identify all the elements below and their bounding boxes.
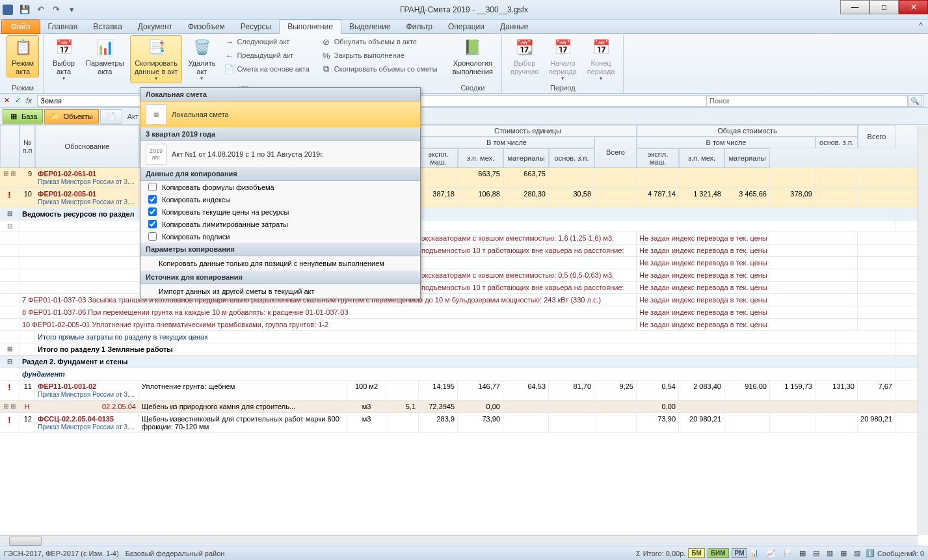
col-incl1: В том числе [419,137,594,148]
dd-import-other[interactable]: Импорт данных из другой сметы в текущий … [140,284,420,299]
save-button[interactable]: 💾 [18,3,31,16]
table-row[interactable]: 8 ФЕР01-01-037-06 При перемещении грунта… [0,306,928,319]
tab-filtr[interactable]: Фильтр [399,20,440,33]
estimate-from-act-button[interactable]: 📄Смета на основе акта [221,62,312,75]
badge-bm[interactable]: БМ [688,548,705,558]
copy-to-act-button[interactable]: 📑 Скопировать данные в акт▾ [130,35,183,83]
act-params-button[interactable]: 📊 Параметры акта [81,35,129,77]
help-button[interactable]: ^ [919,21,923,30]
tab-vstavka[interactable]: Вставка [85,20,130,33]
scroll-thumb[interactable] [9,537,42,546]
check-indexes[interactable]: Копировать индексы [140,193,420,206]
dd-header-copydata: Данные для копирования [140,167,420,181]
horizontal-scrollbar[interactable] [0,535,918,546]
tree-toggle[interactable]: ⊟ [0,208,20,220]
tab-vydelenie[interactable]: Выделение [341,20,399,33]
manual-select-button[interactable]: 📆 Выбор вручную [506,35,543,77]
tree-toggle[interactable]: ! [0,188,20,207]
cancel-formula[interactable]: ✕ [4,96,10,105]
doc-button[interactable]: 📄 [100,109,122,124]
table-row[interactable]: ⊞ ⊞ Н 02.2.05.04 Щебень из природного ка… [0,401,928,413]
base-button[interactable]: ▦База [3,109,43,124]
copy-small-icon: ⧉ [321,64,332,74]
table-row[interactable]: фундамент [0,368,928,380]
undo-button[interactable]: ↶ [34,3,47,16]
objects-button[interactable]: 📁Объекты [44,109,98,124]
tree-toggle[interactable]: ⊞ [0,343,20,355]
table-row[interactable]: ⊞ Итого по разделу 1 Земляные работы [0,343,928,356]
tree-toggle[interactable]: ! [0,413,20,433]
next-act-button[interactable]: →Следующий акт [221,35,312,48]
tab-vypolnenie[interactable]: Выполнение [279,20,341,34]
group-mode: 📋 Режим акта Режим [3,35,44,93]
status-icons[interactable]: 📊 📈 🏳️ ▦ ▤ ▥ ▦ ▧ [750,549,862,557]
act-mode-icon: 📋 [12,37,33,58]
dd-nonzero-only[interactable]: Копировать данные только для позиций с н… [140,256,420,271]
messages-icon[interactable]: ℹ️ [866,549,875,557]
tab-operatsii[interactable]: Операции [440,20,492,33]
col-total2: Всего [594,137,637,168]
chronology-icon: 📗 [462,37,483,58]
redo-button[interactable]: ↷ [49,3,62,16]
check-formulas[interactable]: Копировать формулы физобъема [140,181,420,193]
check-limited[interactable]: Копировать лимитированные затраты [140,218,420,230]
qat-more-button[interactable]: ▾ [65,3,78,16]
prev-act-button[interactable]: ←Предыдущий акт [221,49,312,62]
chronology-button[interactable]: 📗 Хронология выполнения [448,35,497,77]
table-row[interactable]: 10 ФЕР01-02-005-01 Уплотнение грунта пне… [0,319,928,331]
warning-icon: ! [8,190,10,200]
delete-act-button[interactable]: 🗑️ Удалить акт▾ [183,35,220,83]
tab-resursy[interactable]: Ресурсы [233,20,279,33]
table-row[interactable]: ! 11 ФЕР11-01-001-02Приказ Минстроя Росс… [0,380,928,401]
start-icon: 📅 [552,37,573,58]
dd-item-act1[interactable]: 2019авг Акт №1 от 14.08.2019 с 1 по 31 А… [140,141,420,167]
messages-count: Сообщений: 0 [877,550,924,557]
tree-toggle[interactable]: ⊟ [0,356,20,367]
col-mat2: материалы [724,148,770,168]
col-incl2: В том числе [637,137,815,148]
period-end-button[interactable]: 📅 Конец периода▾ [583,35,620,83]
search-input[interactable] [706,95,908,107]
group-act: 📅 Выбор акта▾ 📊 Параметры акта 📑 Скопиро… [44,35,444,93]
tab-dannye[interactable]: Данные [492,20,536,33]
tab-fizobem[interactable]: Физобъем [180,20,233,33]
tree-toggle[interactable]: ! [0,380,20,400]
minimize-button[interactable]: — [840,0,869,14]
group-mode-label: Режим [7,83,39,93]
quick-access-toolbar: 💾 ↶ ↷ ▾ [18,3,78,16]
badge-rm[interactable]: РМ [732,548,748,558]
act-mode-button[interactable]: 📋 Режим акта [7,35,39,77]
table-row[interactable]: ⊟ Раздел 2. Фундамент и стены [0,356,928,368]
check-signatures[interactable]: Копировать подписи [140,230,420,243]
folder-icon: 📁 [50,111,60,122]
search-box: 🔍 [706,95,924,107]
badge-bim[interactable]: БИМ [708,548,729,558]
group-period-label: Период [506,83,619,93]
choose-act-button[interactable]: 📅 Выбор акта▾ [47,35,80,83]
period-start-button[interactable]: 📅 Начало периода▾ [544,35,581,83]
table-row[interactable]: ! 12 ФССЦ-02.2.05.04-0135Приказ Минстроя… [0,413,928,433]
tree-toggle[interactable]: ⊟ [0,220,20,232]
copy-volumes-button[interactable]: ⧉Скопировать объемы со сметы [319,62,440,75]
check-prices[interactable]: Копировать текущие цены на ресурсы [140,206,420,218]
close-button[interactable]: ✕ [899,0,928,14]
maximize-button[interactable]: □ [869,0,899,14]
tab-glavnaya[interactable]: Главная [40,20,86,33]
dd-item-local-estimate[interactable]: ▦ Локальная смета [140,101,421,128]
tree-toggle[interactable]: ⊞ ⊞ [0,168,20,187]
status-region: Базовый федеральный район [126,550,225,557]
close-exec-button[interactable]: %Закрыть выполнение [319,49,440,62]
reset-volumes-button[interactable]: ⊘Обнулить объемы в акте [319,35,440,48]
accept-formula[interactable]: ✓ [15,96,21,105]
sheet-icon: ▦ [146,104,166,125]
table-row[interactable]: Итого прямые затраты по разделу в текущи… [0,331,928,343]
col-tree [0,125,20,168]
vertical-scrollbar[interactable] [918,126,928,535]
search-button[interactable]: 🔍 [908,95,922,107]
copy-to-act-dropdown: Локальная смета ▦ Локальная смета 3 квар… [140,87,421,299]
file-tab[interactable]: Файл [1,20,40,34]
tree-toggle[interactable]: ⊞ ⊞ [0,401,20,412]
tab-dokument[interactable]: Документ [130,20,180,33]
titlebar: 💾 ↶ ↷ ▾ ГРАНД-Смета 2019 - __300__3.gsfx… [0,0,928,20]
dd-header-quarter: 3 квартал 2019 года [140,127,420,141]
